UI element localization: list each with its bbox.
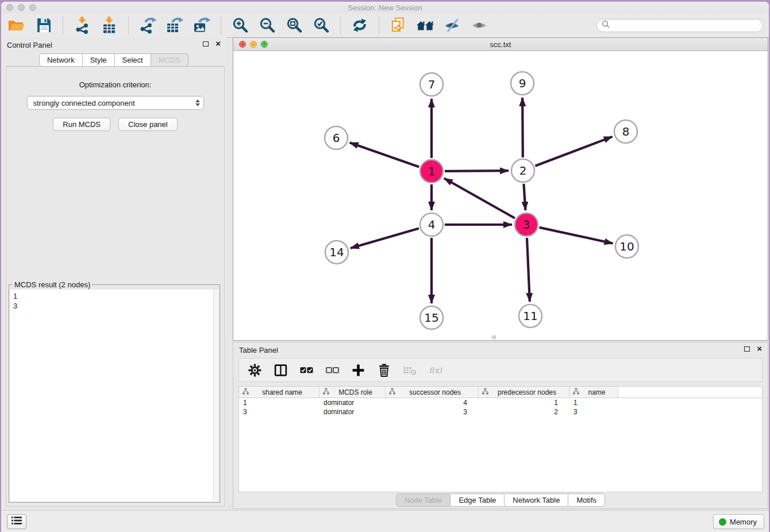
optimization-criterion-select[interactable]: strongly connected component — [27, 96, 204, 110]
tab-select[interactable]: Select — [114, 53, 151, 67]
network-zoom-button[interactable]: + — [261, 41, 268, 48]
save-session-button[interactable] — [34, 16, 53, 34]
tab-style[interactable]: Style — [82, 53, 115, 67]
node-table[interactable]: shared nameMCDS rolesuccessor nodesprede… — [238, 386, 763, 492]
import-network-button[interactable] — [72, 16, 92, 34]
control-panel-title: Control Panel — [7, 41, 52, 49]
zoom-in-button[interactable] — [230, 16, 250, 34]
close-panel-button[interactable]: Close panel — [118, 118, 178, 131]
memory-button[interactable]: Memory — [713, 514, 764, 529]
graph-node-3[interactable]: 3 — [515, 213, 538, 236]
graph-node-1[interactable]: 1 — [420, 160, 443, 183]
graph-node-2[interactable]: 2 — [511, 159, 534, 182]
zoom-fit-button[interactable] — [284, 16, 304, 34]
settings-button[interactable] — [247, 363, 262, 377]
svg-text:14: 14 — [329, 245, 344, 259]
graph-edge-2-9[interactable] — [522, 98, 523, 157]
graph-node-14[interactable]: 14 — [325, 241, 348, 264]
table-cell: 3 — [239, 408, 319, 416]
tab-edge-table[interactable]: Edge Table — [450, 494, 505, 507]
close-window-button[interactable] — [6, 4, 13, 11]
export-network-button[interactable] — [138, 16, 157, 34]
graph-node-15[interactable]: 15 — [420, 306, 443, 329]
search-input[interactable] — [613, 21, 758, 29]
first-neighbors-button[interactable] — [415, 16, 435, 34]
graph-node-6[interactable]: 6 — [325, 126, 348, 149]
tab-network[interactable]: Network — [39, 53, 83, 67]
open-session-button[interactable] — [7, 16, 26, 34]
table-header-row: shared nameMCDS rolesuccessor nodesprede… — [239, 387, 762, 398]
minimize-window-button[interactable] — [18, 4, 25, 11]
column-layout-button[interactable] — [273, 363, 288, 377]
graph-node-7[interactable]: 7 — [420, 73, 443, 96]
refresh-button[interactable] — [350, 16, 369, 34]
tab-node-table[interactable]: Node Table — [396, 494, 451, 507]
network-graph[interactable]: 7968124314101511 — [233, 51, 769, 340]
tab-mcds[interactable]: MCDS — [151, 53, 188, 67]
graph-edge-2-8[interactable] — [536, 137, 613, 166]
optimization-criterion-value: strongly connected component — [33, 99, 195, 107]
column-header-successor-nodes[interactable]: successor nodes — [386, 387, 479, 398]
zoom-selected-button[interactable] — [311, 16, 331, 34]
close-table-panel-icon[interactable]: × — [757, 346, 762, 352]
show-all-button[interactable] — [469, 16, 489, 34]
network-canvas[interactable]: 7968124314101511 — [233, 51, 768, 340]
run-mcds-button[interactable]: Run MCDS — [53, 118, 110, 131]
tab-motifs[interactable]: Motifs — [568, 494, 605, 507]
graph-edge-3-11[interactable] — [527, 238, 530, 302]
toolbar-separator — [340, 17, 341, 34]
graph-edge-1-6[interactable] — [350, 142, 419, 167]
mcds-result-title: MCDS result (2 nodes) — [13, 280, 92, 289]
task-list-icon — [11, 516, 22, 527]
graph-node-4[interactable]: 4 — [420, 213, 443, 236]
float-table-panel-icon[interactable] — [744, 346, 750, 352]
svg-text:8: 8 — [622, 125, 630, 138]
mcds-result-node: 1 — [13, 291, 215, 301]
zoom-window-button[interactable] — [29, 4, 36, 11]
network-minimize-button[interactable]: − — [250, 41, 257, 48]
network-close-button[interactable]: × — [239, 41, 246, 48]
graph-node-9[interactable]: 9 — [511, 72, 534, 95]
zoom-out-button[interactable] — [257, 16, 277, 34]
graph-edge-2-3[interactable] — [523, 184, 525, 210]
duplicate-network-button[interactable] — [388, 16, 408, 34]
select-all-button[interactable] — [299, 363, 314, 377]
result-scrollbar[interactable] — [213, 290, 219, 502]
column-header-shared-name[interactable]: shared name — [239, 387, 319, 398]
graph-node-10[interactable]: 10 — [615, 235, 638, 258]
splitter-handle[interactable] — [492, 336, 496, 339]
import-table-button[interactable] — [99, 16, 119, 34]
graph-edge-3-10[interactable] — [539, 228, 613, 244]
table-cell: dominator — [319, 399, 386, 407]
export-table-button[interactable] — [165, 16, 184, 34]
deselect-all-button[interactable] — [325, 363, 340, 377]
column-header-predecessor-nodes[interactable]: predecessor nodes — [479, 387, 569, 398]
graph-edge-4-14[interactable] — [351, 228, 419, 248]
main-toolbar — [1, 13, 769, 38]
network-window-title: scc.txt — [490, 40, 511, 49]
mcds-result-area[interactable]: 13 — [10, 290, 219, 502]
function-builder-button[interactable]: f(x) — [428, 363, 443, 377]
svg-text:10: 10 — [619, 240, 634, 253]
application-window: Session: New Session Control Panel × Net… — [1, 2, 769, 532]
export-image-button[interactable] — [192, 16, 211, 34]
tab-network-table[interactable]: Network Table — [504, 494, 568, 507]
column-header-MCDS-role[interactable]: MCDS role — [319, 387, 386, 398]
close-panel-icon[interactable]: × — [215, 41, 221, 47]
task-history-button[interactable] — [7, 514, 26, 529]
table-row[interactable]: 3dominator323 — [239, 407, 762, 417]
table-cell: 3 — [569, 408, 618, 416]
table-row[interactable]: 1dominator411 — [239, 398, 762, 407]
graph-node-11[interactable]: 11 — [519, 304, 542, 327]
search-box[interactable] — [596, 19, 763, 32]
column-header-name[interactable]: name — [569, 387, 618, 398]
hide-selected-button[interactable] — [442, 16, 462, 34]
graph-node-8[interactable]: 8 — [614, 120, 637, 143]
column-header-label: name — [579, 388, 618, 396]
delete-column-button[interactable] — [376, 363, 391, 377]
add-column-button[interactable] — [351, 363, 365, 377]
delete-table-button[interactable] — [402, 363, 417, 377]
float-panel-icon[interactable] — [203, 41, 209, 47]
graph-edge-1-2[interactable] — [445, 171, 509, 171]
graph-edge-3-1[interactable] — [444, 178, 515, 218]
